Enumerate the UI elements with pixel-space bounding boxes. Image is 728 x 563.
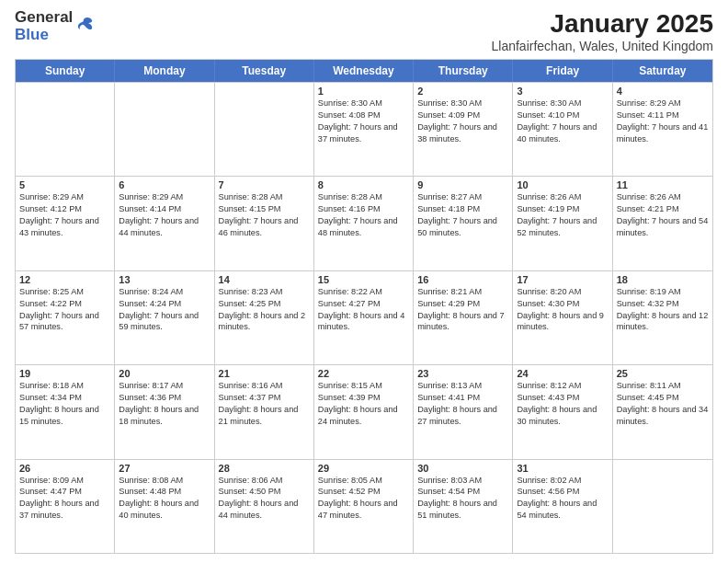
calendar-cell: 25 Sunrise: 8:11 AM Sunset: 4:45 PM Dayl… xyxy=(613,365,712,458)
calendar-cell: 11 Sunrise: 8:26 AM Sunset: 4:21 PM Dayl… xyxy=(613,177,712,270)
sun-info: Sunrise: 8:27 AM Sunset: 4:18 PM Dayligh… xyxy=(417,191,508,239)
sunset-text: Sunset: 4:36 PM xyxy=(119,393,181,402)
calendar-cell: 6 Sunrise: 8:29 AM Sunset: 4:14 PM Dayli… xyxy=(115,177,214,270)
sunrise-text: Sunrise: 8:26 AM xyxy=(617,192,681,201)
sun-info: Sunrise: 8:05 AM Sunset: 4:52 PM Dayligh… xyxy=(318,475,409,523)
sunrise-text: Sunrise: 8:23 AM xyxy=(219,287,283,296)
daylight-text: Daylight: 8 hours and 44 minutes. xyxy=(219,499,299,520)
daylight-text: Daylight: 8 hours and 18 minutes. xyxy=(119,405,199,426)
sun-info: Sunrise: 8:28 AM Sunset: 4:16 PM Dayligh… xyxy=(318,191,409,239)
day-number: 4 xyxy=(617,86,709,97)
day-number: 8 xyxy=(318,179,409,190)
day-number: 15 xyxy=(318,274,409,285)
sunrise-text: Sunrise: 8:29 AM xyxy=(617,98,681,108)
daylight-text: Daylight: 7 hours and 57 minutes. xyxy=(19,311,99,332)
sun-info: Sunrise: 8:22 AM Sunset: 4:27 PM Dayligh… xyxy=(318,286,409,334)
sun-info: Sunrise: 8:13 AM Sunset: 4:41 PM Dayligh… xyxy=(417,380,508,428)
daylight-text: Daylight: 7 hours and 37 minutes. xyxy=(318,122,398,144)
logo: General Blue xyxy=(15,9,95,43)
daylight-text: Daylight: 8 hours and 30 minutes. xyxy=(517,405,597,426)
sunset-text: Sunset: 4:25 PM xyxy=(219,299,281,308)
calendar-day-header: Wednesday xyxy=(314,60,414,82)
calendar-cell: 2 Sunrise: 8:30 AM Sunset: 4:09 PM Dayli… xyxy=(414,83,513,176)
daylight-text: Daylight: 7 hours and 48 minutes. xyxy=(318,216,398,237)
sunrise-text: Sunrise: 8:08 AM xyxy=(119,476,183,485)
daylight-text: Daylight: 8 hours and 7 minutes. xyxy=(417,311,505,332)
calendar-cell: 29 Sunrise: 8:05 AM Sunset: 4:52 PM Dayl… xyxy=(314,460,414,553)
calendar-cell: 1 Sunrise: 8:30 AM Sunset: 4:08 PM Dayli… xyxy=(314,83,414,176)
calendar-cell: 24 Sunrise: 8:12 AM Sunset: 4:43 PM Dayl… xyxy=(513,365,612,458)
sun-info: Sunrise: 8:02 AM Sunset: 4:56 PM Dayligh… xyxy=(517,475,608,523)
sun-info: Sunrise: 8:26 AM Sunset: 4:19 PM Dayligh… xyxy=(517,191,608,239)
sunrise-text: Sunrise: 8:03 AM xyxy=(417,476,482,485)
sunset-text: Sunset: 4:32 PM xyxy=(617,299,679,308)
day-number: 28 xyxy=(219,463,310,474)
calendar-cell: 28 Sunrise: 8:06 AM Sunset: 4:50 PM Dayl… xyxy=(215,460,314,553)
day-number: 14 xyxy=(219,274,310,285)
sunset-text: Sunset: 4:27 PM xyxy=(318,299,381,308)
sun-info: Sunrise: 8:28 AM Sunset: 4:15 PM Dayligh… xyxy=(219,191,310,239)
calendar-cell: 13 Sunrise: 8:24 AM Sunset: 4:24 PM Dayl… xyxy=(115,271,214,364)
daylight-text: Daylight: 8 hours and 12 minutes. xyxy=(617,311,709,332)
page-title: January 2025 xyxy=(492,9,714,39)
calendar-week-row: 12 Sunrise: 8:25 AM Sunset: 4:22 PM Dayl… xyxy=(16,270,712,364)
sunset-text: Sunset: 4:56 PM xyxy=(517,487,579,496)
sun-info: Sunrise: 8:06 AM Sunset: 4:50 PM Dayligh… xyxy=(219,475,310,523)
sunset-text: Sunset: 4:34 PM xyxy=(19,393,82,402)
day-number: 25 xyxy=(617,368,709,379)
sunset-text: Sunset: 4:37 PM xyxy=(219,393,281,402)
daylight-text: Daylight: 8 hours and 24 minutes. xyxy=(318,405,398,426)
sun-info: Sunrise: 8:23 AM Sunset: 4:25 PM Dayligh… xyxy=(219,286,310,334)
sunset-text: Sunset: 4:48 PM xyxy=(119,487,181,496)
calendar-day-header: Sunday xyxy=(16,60,115,82)
day-number: 18 xyxy=(617,274,709,285)
sun-info: Sunrise: 8:29 AM Sunset: 4:14 PM Dayligh… xyxy=(119,191,210,239)
calendar-week-row: 26 Sunrise: 8:09 AM Sunset: 4:47 PM Dayl… xyxy=(16,459,712,553)
sunset-text: Sunset: 4:12 PM xyxy=(19,204,82,213)
calendar-cell: 23 Sunrise: 8:13 AM Sunset: 4:41 PM Dayl… xyxy=(414,365,513,458)
calendar: SundayMondayTuesdayWednesdayThursdayFrid… xyxy=(15,59,713,554)
sunset-text: Sunset: 4:24 PM xyxy=(119,299,181,308)
sunset-text: Sunset: 4:54 PM xyxy=(417,487,480,496)
sun-info: Sunrise: 8:03 AM Sunset: 4:54 PM Dayligh… xyxy=(417,475,508,523)
sunset-text: Sunset: 4:10 PM xyxy=(517,110,579,120)
sunset-text: Sunset: 4:14 PM xyxy=(119,204,181,213)
calendar-cell xyxy=(16,83,115,176)
day-number: 24 xyxy=(517,368,608,379)
sunrise-text: Sunrise: 8:25 AM xyxy=(19,287,84,296)
logo-general: General xyxy=(15,9,73,27)
calendar-cell xyxy=(613,460,712,553)
daylight-text: Daylight: 8 hours and 34 minutes. xyxy=(617,405,709,426)
day-number: 16 xyxy=(417,274,508,285)
day-number: 27 xyxy=(119,463,210,474)
page-subtitle: Llanfairfechan, Wales, United Kingdom xyxy=(492,39,714,53)
daylight-text: Daylight: 8 hours and 2 minutes. xyxy=(219,311,306,332)
sun-info: Sunrise: 8:19 AM Sunset: 4:32 PM Dayligh… xyxy=(617,286,709,334)
sun-info: Sunrise: 8:30 AM Sunset: 4:10 PM Dayligh… xyxy=(517,98,608,145)
day-number: 10 xyxy=(517,179,608,190)
daylight-text: Daylight: 7 hours and 52 minutes. xyxy=(517,216,597,237)
day-number: 11 xyxy=(617,179,709,190)
daylight-text: Daylight: 8 hours and 47 minutes. xyxy=(318,499,398,520)
calendar-cell xyxy=(215,83,314,176)
sunrise-text: Sunrise: 8:29 AM xyxy=(19,192,84,201)
sunset-text: Sunset: 4:21 PM xyxy=(617,204,679,213)
day-number: 5 xyxy=(19,179,110,190)
sun-info: Sunrise: 8:30 AM Sunset: 4:08 PM Dayligh… xyxy=(318,98,409,145)
sunrise-text: Sunrise: 8:28 AM xyxy=(219,192,283,201)
calendar-cell: 8 Sunrise: 8:28 AM Sunset: 4:16 PM Dayli… xyxy=(314,177,414,270)
sun-info: Sunrise: 8:30 AM Sunset: 4:09 PM Dayligh… xyxy=(417,98,508,145)
day-number: 31 xyxy=(517,463,608,474)
sun-info: Sunrise: 8:26 AM Sunset: 4:21 PM Dayligh… xyxy=(617,191,709,239)
daylight-text: Daylight: 8 hours and 51 minutes. xyxy=(417,499,497,520)
sunset-text: Sunset: 4:08 PM xyxy=(318,110,381,120)
sunrise-text: Sunrise: 8:02 AM xyxy=(517,476,581,485)
daylight-text: Daylight: 7 hours and 46 minutes. xyxy=(219,216,299,237)
day-number: 23 xyxy=(417,368,508,379)
sunrise-text: Sunrise: 8:15 AM xyxy=(318,381,382,390)
sunrise-text: Sunrise: 8:12 AM xyxy=(517,381,581,390)
calendar-week-row: 5 Sunrise: 8:29 AM Sunset: 4:12 PM Dayli… xyxy=(16,176,712,270)
calendar-cell: 15 Sunrise: 8:22 AM Sunset: 4:27 PM Dayl… xyxy=(314,271,414,364)
sun-info: Sunrise: 8:21 AM Sunset: 4:29 PM Dayligh… xyxy=(417,286,508,334)
calendar-header: SundayMondayTuesdayWednesdayThursdayFrid… xyxy=(16,60,712,82)
